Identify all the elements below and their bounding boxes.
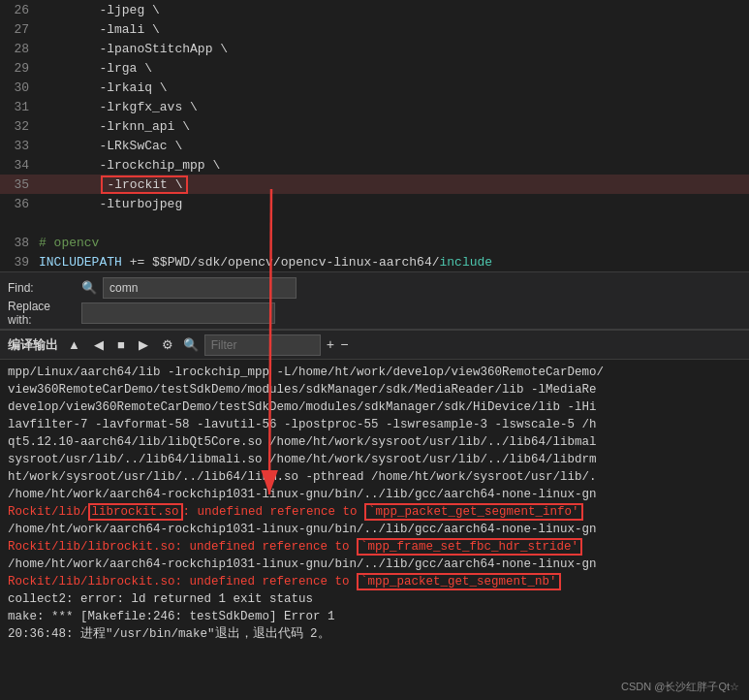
line-num-27: 27 (4, 22, 39, 37)
librockit-box: librockit.so (88, 503, 183, 521)
compile-header: 编译输出 ▲ ◀ ■ ▶ ⚙ 🔍 + − (0, 331, 749, 360)
boxed-lrockit: -lrockit \ (101, 175, 188, 194)
header-btn-1[interactable]: ▲ (64, 335, 84, 354)
code-line-32: 32 -lrknn_api \ (0, 116, 749, 136)
code-line-30: 30 -lrkaiq \ (0, 78, 749, 97)
header-btn-3[interactable]: ■ (113, 335, 129, 354)
line-num-28: 28 (4, 42, 39, 56)
output-line-0: mpp/Linux/aarch64/lib -lrockchip_mpp -L/… (8, 364, 741, 381)
line-num-30: 30 (4, 80, 39, 95)
find-replace-bar: Find: 🔍 Replace with: (0, 271, 749, 330)
compile-output: mpp/Linux/aarch64/lib -lrockchip_mpp -L/… (0, 360, 749, 647)
plus-icon: + (327, 337, 334, 353)
search-icon: 🔍 (81, 280, 97, 296)
output-line-8: Rockit/lib/librockit.so: undefined refer… (8, 503, 741, 521)
code-line-28: 28 -lpanoStitchApp \ (0, 39, 749, 58)
replace-label: Replace with: (8, 300, 76, 327)
find-row: Find: 🔍 (8, 275, 741, 301)
output-line-5: sysroot/usr/lib/../lib64/libmali.so /hom… (8, 451, 741, 468)
output-line-13: collect2: error: ld returned 1 exit stat… (8, 590, 741, 608)
editor-area: 26 -ljpeg \ 27 -lmali \ 28 -lpanoStitchA… (0, 0, 749, 271)
output-line-6: ht/work/sysroot/usr/lib/../lib64/libm.so… (8, 468, 741, 486)
line-num-26: 26 (4, 3, 39, 17)
line-num-34: 34 (4, 158, 39, 173)
output-line-11: /home/ht/work/aarch64-rockchip1031-linux… (8, 556, 741, 573)
filter-input[interactable] (204, 334, 321, 356)
line-content-39: INCLUDEPATH += $$PWD/sdk/opencv/opencv-l… (39, 255, 492, 270)
output-line-12: Rockit/lib/librockit.so: undefined refer… (8, 573, 741, 590)
search-icon-filter: 🔍 (183, 337, 199, 353)
header-btn-settings[interactable]: ⚙ (158, 335, 177, 354)
line-content-26: -ljpeg \ (39, 3, 160, 17)
line-num-29: 29 (4, 61, 39, 76)
find-input[interactable] (103, 277, 296, 299)
code-line-35: 35 -lrockit \ (0, 175, 749, 194)
line-content-30: -lrkaiq \ (39, 80, 168, 95)
output-line-4: qt5.12.10-aarch64/lib/libQt5Core.so /hom… (8, 433, 741, 451)
line-content-36: -lturbojpeg (39, 197, 182, 211)
line-num-33: 33 (4, 139, 39, 153)
output-line-9: /home/ht/work/aarch64-rockchip1031-linux… (8, 521, 741, 538)
compile-panel: 编译输出 ▲ ◀ ■ ▶ ⚙ 🔍 + − mpp/Linux/aarch64/l… (0, 330, 749, 647)
line-num-36: 36 (4, 197, 39, 211)
output-line-15: 20:36:48: 进程"/usr/bin/make"退出，退出代码 2。 (8, 625, 741, 643)
output-line-7: /home/ht/work/aarch64-rockchip1031-linux… (8, 486, 741, 503)
line-num-31: 31 (4, 100, 39, 114)
output-line-14: make: *** [Makefile:246: testSdkDemo] Er… (8, 608, 741, 625)
line-content-38: # opencv (39, 236, 99, 250)
code-line-39: 39 INCLUDEPATH += $$PWD/sdk/opencv/openc… (0, 252, 749, 271)
output-line-10: Rockit/lib/librockit.so: undefined refer… (8, 538, 741, 556)
line-num-38: 38 (4, 236, 39, 250)
ref-box-2: `mpp_frame_set_fbc_hdr_stride' (357, 538, 582, 556)
main-wrapper: 26 -ljpeg \ 27 -lmali \ 28 -lpanoStitchA… (0, 0, 749, 700)
code-line-31: 31 -lrkgfx_avs \ (0, 97, 749, 116)
code-line-27: 27 -lmali \ (0, 19, 749, 39)
code-line-blank (0, 213, 749, 233)
line-content-28: -lpanoStitchApp \ (39, 42, 228, 56)
line-num-39: 39 (4, 255, 39, 270)
ref-box-3: `mpp_packet_get_segment_nb' (357, 573, 561, 590)
code-line-36: 36 -lturbojpeg (0, 194, 749, 213)
output-line-1: view360RemoteCarDemo/testSdkDemo/modules… (8, 381, 741, 398)
line-num-32: 32 (4, 119, 39, 134)
line-content-34: -lrockchip_mpp \ (39, 158, 220, 173)
code-line-29: 29 -lrga \ (0, 58, 749, 78)
line-content-29: -lrga \ (39, 61, 152, 76)
ref-box-1: `mpp_packet_get_segment_info' (364, 503, 583, 521)
minus-icon: − (340, 337, 348, 353)
code-line-26: 26 -ljpeg \ (0, 0, 749, 19)
watermark: CSDN @长沙红胖子Qt☆ (621, 680, 739, 694)
line-content-32: -lrknn_api \ (39, 119, 190, 134)
find-label: Find: (8, 281, 76, 295)
line-num-35: 35 (4, 177, 39, 192)
replace-row: Replace with: (8, 301, 741, 326)
header-btn-2[interactable]: ◀ (90, 335, 108, 354)
code-line-38: 38 # opencv (0, 233, 749, 252)
output-line-2: develop/view360RemoteCarDemo/testSdkDemo… (8, 398, 741, 416)
code-line-33: 33 -LRkSwCac \ (0, 136, 749, 155)
code-line-34: 34 -lrockchip_mpp \ (0, 155, 749, 175)
line-content-33: -LRkSwCac \ (39, 139, 182, 153)
code-lines: 26 -ljpeg \ 27 -lmali \ 28 -lpanoStitchA… (0, 0, 749, 271)
line-content-35: -lrockit \ (39, 175, 188, 194)
replace-input[interactable] (81, 302, 275, 324)
line-content-27: -lmali \ (39, 22, 160, 37)
compile-title: 编译输出 (8, 336, 58, 354)
header-btn-4[interactable]: ▶ (135, 335, 152, 354)
output-line-3: lavfilter-7 -lavformat-58 -lavutil-56 -l… (8, 416, 741, 433)
line-content-31: -lrkgfx_avs \ (39, 100, 198, 114)
content-stack: 26 -ljpeg \ 27 -lmali \ 28 -lpanoStitchA… (0, 0, 749, 647)
